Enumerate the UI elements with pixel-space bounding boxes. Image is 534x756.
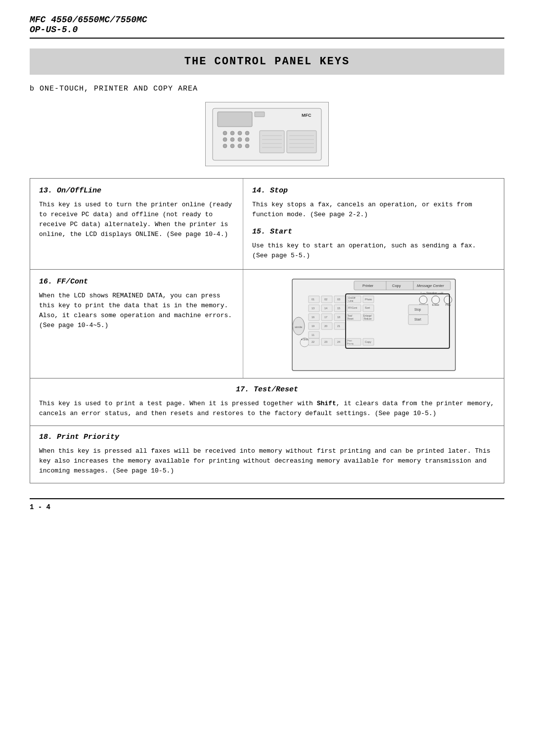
svg-text:Stop: Stop: [414, 308, 421, 312]
svg-text:Reset: Reset: [348, 318, 354, 320]
stop-start-section: 14. Stop This key stops a fax, cancels a…: [243, 179, 504, 269]
svg-rect-1: [218, 112, 252, 127]
stop-text: This key stops a fax, cancels an operati…: [252, 200, 495, 220]
on-offline-section: 13. On/OffLine This key is used to turn …: [30, 179, 243, 269]
svg-point-8: [223, 138, 227, 142]
svg-text:23: 23: [324, 340, 327, 343]
svg-text:Sort: Sort: [365, 306, 370, 309]
test-reset-bold: Shift: [317, 400, 336, 407]
model-text: MFC 4550/6550MC/7550MC: [30, 15, 147, 25]
svg-text:Printer: Printer: [362, 284, 374, 288]
svg-rect-17: [287, 131, 316, 153]
svg-text:17: 17: [324, 316, 327, 319]
footer: 1 - 4: [30, 498, 504, 511]
svg-text:24: 24: [337, 340, 340, 343]
svg-point-5: [230, 131, 234, 135]
device-image: MFC: [205, 102, 329, 166]
section-label: b ONE-TOUCH, PRINTER AND COPY AREA: [30, 85, 504, 93]
svg-text:11: 11: [312, 333, 314, 336]
svg-point-38: [444, 296, 452, 304]
svg-point-15: [245, 144, 249, 148]
svg-point-37: [432, 296, 440, 304]
svg-point-13: [230, 144, 234, 148]
print-priority-title: 18. Print Priority: [39, 433, 495, 441]
svg-point-4: [223, 131, 227, 135]
svg-point-6: [238, 131, 242, 135]
svg-text:14: 14: [324, 307, 327, 310]
svg-point-14: [238, 144, 242, 148]
panel-diagram-svg: simile Printer Copy Message Center L— Sp…: [290, 274, 458, 373]
svg-text:03: 03: [337, 298, 340, 301]
page: MFC 4550/6550MC/7550MC OP-US-5.0 THE CON…: [0, 0, 534, 756]
test-reset-text-before: This key is used to print a test page. W…: [39, 400, 317, 407]
svg-text:15: 15: [337, 307, 340, 310]
top-header: MFC 4550/6550MC/7550MC OP-US-5.0: [30, 15, 504, 39]
svg-text:Start: Start: [414, 318, 421, 321]
content-top-row: 13. On/OffLine This key is used to turn …: [30, 179, 504, 270]
svg-text:21: 21: [337, 325, 340, 328]
test-reset-section: 17. Test/Reset This key is used to print…: [30, 378, 504, 426]
svg-rect-16: [260, 131, 284, 153]
svg-text:Erase: Erase: [432, 303, 439, 306]
test-reset-title: 17. Test/Reset: [39, 385, 495, 394]
ff-cont-text: When the LCD shows REMAINED DATA, you ca…: [39, 291, 234, 331]
panel-diagram: simile Printer Copy Message Center L— Sp…: [243, 270, 504, 378]
svg-text:Reduce: Reduce: [364, 318, 372, 320]
on-offline-text: This key is used to turn the printer onl…: [39, 200, 234, 240]
print-priority-text: When this key is pressed all faxes will …: [39, 446, 495, 476]
svg-text:Message Center: Message Center: [417, 284, 445, 288]
svg-text:22: 22: [312, 340, 314, 343]
svg-text:Print: Print: [348, 339, 352, 342]
print-priority-section: 18. Print Priority When this key is pres…: [30, 426, 504, 483]
page-title: THE CONTROL PANEL KEYS: [30, 48, 504, 75]
ff-cont-title: 16. FF/Cont: [39, 278, 234, 286]
content-middle-row: 16. FF/Cont When the LCD shows REMAINED …: [30, 270, 504, 378]
svg-point-12: [223, 144, 227, 148]
svg-text:18: 18: [337, 316, 340, 319]
svg-point-36: [419, 296, 427, 304]
svg-text:20: 20: [324, 325, 327, 328]
svg-text:MFC: MFC: [302, 113, 312, 118]
start-title: 15. Start: [252, 228, 495, 236]
on-offline-title: 13. On/OffLine: [39, 187, 234, 195]
svg-text:16: 16: [312, 316, 314, 319]
svg-text:02: 02: [324, 298, 327, 301]
svg-point-11: [245, 138, 249, 142]
main-content-box: 13. On/OffLine This key is used to turn …: [30, 178, 504, 483]
svg-text:13: 13: [312, 307, 314, 310]
svg-point-10: [238, 138, 242, 142]
svg-text:Play: Play: [445, 303, 451, 306]
page-number: 1 - 4: [30, 503, 50, 511]
svg-text:▼Shift: ▼Shift: [301, 338, 309, 341]
svg-text:Photo: Photo: [365, 298, 372, 301]
svg-point-7: [245, 131, 249, 135]
test-reset-text: This key is used to print a test page. W…: [39, 399, 495, 419]
svg-text:Priority: Priority: [347, 342, 354, 345]
svg-text:FF/Cont: FF/Cont: [348, 306, 357, 309]
svg-text:Enlarge/: Enlarge/: [363, 315, 372, 317]
svg-point-9: [230, 138, 234, 142]
header-left: MFC 4550/6550MC/7550MC OP-US-5.0: [30, 15, 147, 35]
stop-title: 14. Stop: [252, 187, 495, 195]
svg-text:Test/: Test/: [348, 315, 353, 317]
svg-text:01: 01: [312, 298, 314, 301]
ff-cont-section: 16. FF/Cont When the LCD shows REMAINED …: [30, 270, 243, 378]
svg-text:Copy: Copy: [392, 284, 401, 288]
start-text: Use this key to start an operation, such…: [252, 241, 495, 261]
svg-rect-3: [255, 112, 265, 117]
svg-text:19: 19: [312, 325, 314, 328]
op-text: OP-US-5.0: [30, 25, 147, 35]
svg-text:Copy: Copy: [365, 340, 371, 343]
svg-text:simile: simile: [295, 326, 303, 329]
svg-text:Line: Line: [349, 299, 354, 302]
